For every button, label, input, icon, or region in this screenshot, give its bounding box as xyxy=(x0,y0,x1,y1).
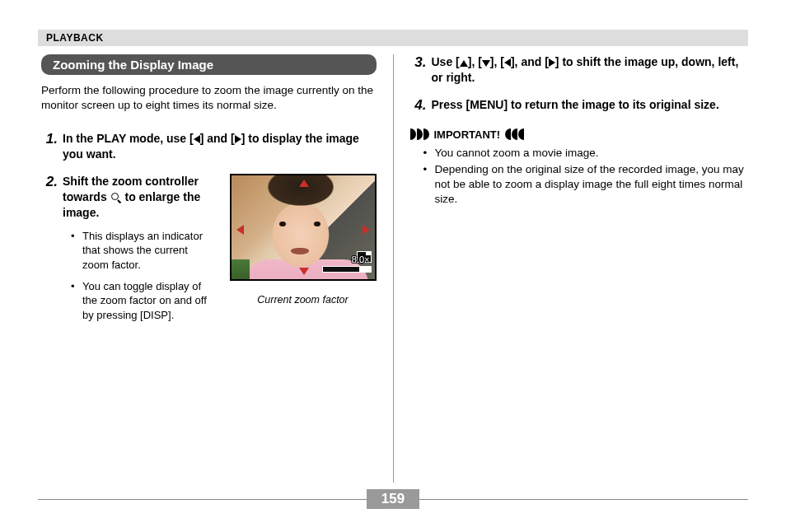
right-arrow-icon xyxy=(549,58,555,67)
step-1-text-a: In the PLAY mode, use [ xyxy=(63,132,194,145)
right-column: 3. Use [], [], [], and [] to shift the i… xyxy=(394,54,749,483)
content-columns: Zooming the Display Image Perform the fo… xyxy=(38,54,748,483)
footer-rule-left xyxy=(38,499,367,500)
step-2-bullet-2: You can toggle display of the zoom facto… xyxy=(74,279,215,323)
step-4-text: Press [MENU] to return the image to its … xyxy=(432,97,746,113)
important-icon-left xyxy=(410,128,429,140)
pan-left-icon xyxy=(236,225,244,235)
step-2-number: 2. xyxy=(41,174,58,329)
important-heading: IMPORTANT! xyxy=(410,128,746,141)
step-4-number: 4. xyxy=(410,97,427,114)
up-arrow-icon xyxy=(460,60,468,67)
step-2: 2. Shift the zoom controller towards to … xyxy=(41,174,377,329)
footer-rule-right xyxy=(419,499,748,500)
left-arrow-icon xyxy=(194,135,200,143)
zoom-value: 8.0× xyxy=(352,254,370,264)
pan-up-icon xyxy=(299,180,309,187)
step-3-text-b: ], [ xyxy=(468,55,482,68)
step-3-text-c: ], [ xyxy=(490,55,504,68)
right-arrow-icon xyxy=(235,135,241,143)
figure-caption: Current zoom factor xyxy=(230,294,377,306)
step-3-text-a: Use [ xyxy=(432,55,460,68)
pan-down-icon xyxy=(299,268,309,275)
step-2-bullets: This displays an indicator that shows th… xyxy=(63,229,215,322)
pan-right-icon xyxy=(363,225,370,235)
left-arrow-icon xyxy=(504,58,511,67)
step-4: 4. Press [MENU] to return the image to i… xyxy=(410,97,746,114)
example-figure: 8.0× Current zoom factor xyxy=(230,174,377,306)
section-header: PLAYBACK xyxy=(38,30,748,46)
magnifier-icon xyxy=(111,193,121,203)
step-3-number: 3. xyxy=(410,54,427,86)
step-2-bullet-1: This displays an indicator that shows th… xyxy=(74,229,215,273)
step-2-text: Shift the zoom controller towards to enl… xyxy=(63,174,215,221)
step-3-text-d: ], and [ xyxy=(511,55,549,68)
important-label: IMPORTANT! xyxy=(434,128,501,141)
example-photo: 8.0× xyxy=(230,174,377,281)
page-footer: 159 xyxy=(38,489,748,509)
important-icon-right xyxy=(505,128,524,140)
intro-text: Perform the following procedure to zoom … xyxy=(41,83,377,113)
page-number: 159 xyxy=(367,489,419,509)
left-column: Zooming the Display Image Perform the fo… xyxy=(38,54,393,483)
important-bullets: You cannot zoom a movie image. Depending… xyxy=(410,146,746,208)
section-title: Zooming the Display Image xyxy=(41,54,377,75)
step-1: 1. In the PLAY mode, use [] and [] to di… xyxy=(41,131,377,162)
down-arrow-icon xyxy=(482,60,490,67)
important-bullet-2: Depending on the original size of the re… xyxy=(427,162,746,208)
important-bullet-1: You cannot zoom a movie image. xyxy=(427,146,746,161)
step-3-text: Use [], [], [], and [] to shift the imag… xyxy=(432,54,746,86)
step-1-number: 1. xyxy=(41,131,58,162)
step-1-text-b: ] and [ xyxy=(200,132,235,145)
step-3: 3. Use [], [], [], and [] to shift the i… xyxy=(410,54,746,86)
step-1-text: In the PLAY mode, use [] and [] to displ… xyxy=(63,131,377,162)
